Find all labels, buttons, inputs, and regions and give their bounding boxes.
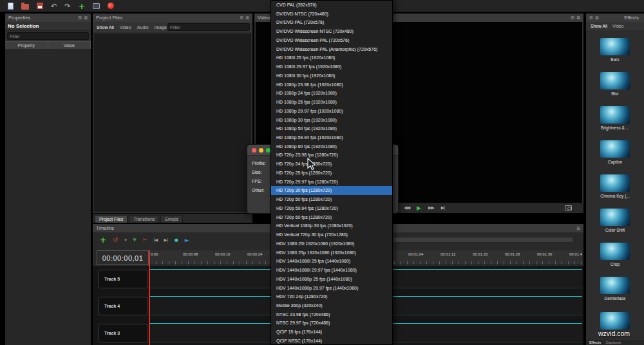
next-marker-icon[interactable]: ▶| — [164, 238, 168, 243]
effect-item[interactable]: Color Shift — [586, 207, 644, 241]
profile-option[interactable]: HD 1080p 29.97 fps (1920x1080) — [271, 107, 392, 116]
profile-option[interactable]: HD 1080i 25 fps (1920x1080) — [271, 53, 392, 62]
effect-item[interactable]: Brightness & ... — [586, 105, 644, 139]
dock-tab[interactable]: Captions — [605, 340, 621, 344]
profile-option[interactable]: HDV 720 24p (1280x720) — [271, 292, 392, 301]
profile-option[interactable]: HD 1080p 24 fps (1920x1080) — [271, 89, 392, 98]
minimize-traffic-light-icon[interactable] — [259, 148, 263, 153]
undock-panel-icon[interactable]: ⊞ — [589, 15, 593, 21]
undock-panel-icon[interactable]: ⊞ — [240, 15, 243, 21]
effect-item[interactable]: Caption — [586, 139, 644, 173]
snapping-icon[interactable]: ▼ — [133, 238, 136, 243]
project-files-filter-input[interactable] — [167, 23, 250, 31]
dock-tab[interactable]: Emojis — [160, 215, 182, 223]
open-project-icon[interactable] — [21, 4, 29, 10]
profile-option[interactable]: HD 720p 30 fps (1280x720) — [271, 186, 392, 195]
save-project-icon[interactable] — [37, 3, 43, 9]
undock-panel-icon[interactable]: ⊞ — [78, 15, 82, 21]
profile-option[interactable]: HD 1080i 29.97 fps (1920x1080) — [271, 62, 392, 71]
effect-item[interactable]: Blur — [586, 71, 644, 105]
close-traffic-light-icon[interactable] — [252, 148, 256, 153]
rotate-arrow-icon[interactable]: ↺ — [113, 236, 118, 243]
profile-option[interactable]: DV/DVD Widescreen PAL (Anamorphic) (720x… — [271, 45, 392, 54]
filter-tab[interactable]: Video — [612, 24, 623, 28]
profile-option[interactable]: DV/DVD Widescreen NTSC (720x480) — [271, 27, 392, 36]
column-header[interactable]: Value — [48, 42, 91, 49]
profile-option[interactable]: HD 720p 60 fps (1280x720) — [271, 213, 392, 222]
filter-tab[interactable]: Audio — [137, 25, 149, 30]
chevron-down-icon[interactable]: ▾ — [124, 238, 126, 243]
profile-option[interactable]: NTSC 23.98 fps (720x486) — [271, 310, 392, 319]
effect-item[interactable]: Crop — [586, 241, 644, 275]
effect-item[interactable]: Bars — [586, 37, 644, 71]
close-panel-icon[interactable]: ⊠ — [84, 15, 88, 21]
profile-option[interactable]: HDV 1080 25i 1920x1080 (1920x1080) — [271, 239, 392, 248]
track-header[interactable]: Track 3 — [98, 324, 148, 342]
play-button[interactable]: ▶ — [417, 205, 421, 211]
profile-option[interactable]: HD 1080i 30 fps (1920x1080) — [271, 71, 392, 80]
previous-marker-icon[interactable]: |◀ — [153, 238, 157, 243]
profile-option[interactable]: Mobile 360p (320x240) — [271, 301, 392, 310]
close-panel-icon[interactable]: ⊠ — [576, 15, 580, 21]
dock-tab[interactable]: Effects — [589, 340, 601, 344]
choose-profile-icon[interactable] — [93, 3, 100, 9]
profile-option[interactable]: HD 1080p 60 fps (1920x1080) — [271, 142, 392, 151]
profile-option[interactable]: HD 1080p 50 fps (1920x1080) — [271, 124, 392, 133]
undo-icon[interactable]: ↶ — [51, 3, 57, 10]
filter-tab[interactable]: Show All — [97, 25, 114, 30]
zoom-traffic-light-icon[interactable] — [266, 148, 270, 153]
filter-tab[interactable]: Video — [120, 25, 131, 30]
profile-option[interactable]: HD 720p 29.97 fps (1280x720) — [271, 178, 392, 187]
undock-panel-icon[interactable]: ⊞ — [571, 15, 574, 21]
import-files-icon[interactable]: + — [78, 3, 85, 10]
properties-filter-input[interactable] — [7, 32, 89, 40]
fast-forward-button[interactable]: ▶▶ — [428, 205, 434, 210]
profile-option[interactable]: HD Vertical 1080p 30 fps (1080x1920) — [271, 221, 392, 230]
profile-option[interactable]: QCIF NTSC (176x144) — [271, 337, 392, 345]
column-header[interactable]: Property — [5, 42, 48, 49]
profile-option[interactable]: HD 1080p 25 fps (1920x1080) — [271, 98, 392, 107]
effect-thumbnail[interactable] — [600, 312, 630, 330]
razor-icon[interactable]: ✂ — [143, 237, 147, 243]
profile-option[interactable]: HD Vertical 720p 30 fps (720x1280) — [271, 230, 392, 239]
profile-option[interactable]: HDV 1440x1080i 29.97 fps (1440x1080) — [271, 266, 392, 275]
profile-option[interactable]: HD 720p 23.98 fps (1280x720) — [271, 151, 392, 160]
add-track-icon[interactable]: + — [100, 236, 106, 245]
new-project-icon[interactable] — [8, 3, 14, 10]
redo-icon[interactable]: ↷ — [64, 3, 70, 10]
center-playhead-icon[interactable]: ● — [175, 238, 178, 243]
arrow-tool-icon[interactable]: ► — [185, 237, 189, 243]
profile-option[interactable]: CVD PAL (352x576) — [271, 1, 392, 10]
profile-option[interactable]: HD 720p 25 fps (1280x720) — [271, 169, 392, 178]
effect-item[interactable]: Deinterlace — [586, 275, 644, 310]
filter-tab[interactable]: Image — [155, 25, 167, 30]
track-header[interactable]: Track 4 — [98, 297, 148, 315]
jump-end-button[interactable]: ▶| — [441, 205, 445, 210]
profile-option[interactable]: DV/DVD PAL (720x576) — [271, 18, 392, 27]
effect-item[interactable]: Chroma Key (... — [586, 173, 644, 207]
profile-option[interactable]: HD 720p 24 fps (1280x720) — [271, 160, 392, 169]
profile-option[interactable]: DV/DVD NTSC (720x480) — [271, 10, 392, 19]
dock-tab[interactable]: Project Files — [95, 215, 128, 223]
profile-option[interactable]: NTSC 29.97 fps (720x486) — [271, 319, 392, 328]
close-panel-icon[interactable]: ⊠ — [595, 15, 599, 21]
playhead[interactable] — [149, 250, 150, 345]
profile-option[interactable]: HD 720p 50 fps (1280x720) — [271, 195, 392, 204]
close-panel-icon[interactable]: ⊠ — [245, 15, 249, 21]
filter-tab[interactable]: Show All — [591, 24, 607, 28]
track-header[interactable]: Track 5 — [98, 270, 148, 288]
profile-option[interactable]: HD 720p 59.94 fps (1280x720) — [271, 204, 392, 213]
dock-tab[interactable]: Transitions — [129, 215, 159, 223]
profile-option[interactable]: HD 1080p 30 fps (1920x1080) — [271, 116, 392, 125]
undock-panel-icon[interactable]: ⊞ — [576, 226, 580, 231]
profile-option[interactable]: HDV 1440x1080p 29.97 fps (1440x1080) — [271, 284, 392, 293]
camera-icon[interactable] — [565, 205, 572, 210]
profile-option[interactable]: DV/DVD Widescreen PAL (720x576) — [271, 36, 392, 45]
profile-option[interactable]: HD 1080p 59.94 fps (1920x1080) — [271, 133, 392, 142]
profile-option[interactable]: HDV 1080 25p 1920x1080 (1920x1080) — [271, 248, 392, 257]
profile-option[interactable]: HDV 1440x1080i 25 fps (1440x1080) — [271, 257, 392, 266]
export-video-icon[interactable] — [108, 3, 114, 9]
profile-option[interactable]: QCIF 15 fps (176x144) — [271, 328, 392, 337]
rewind-button[interactable]: ◀◀ — [404, 205, 410, 210]
profile-option[interactable]: HDV 1440x1080p 25 fps (1440x1080) — [271, 275, 392, 284]
